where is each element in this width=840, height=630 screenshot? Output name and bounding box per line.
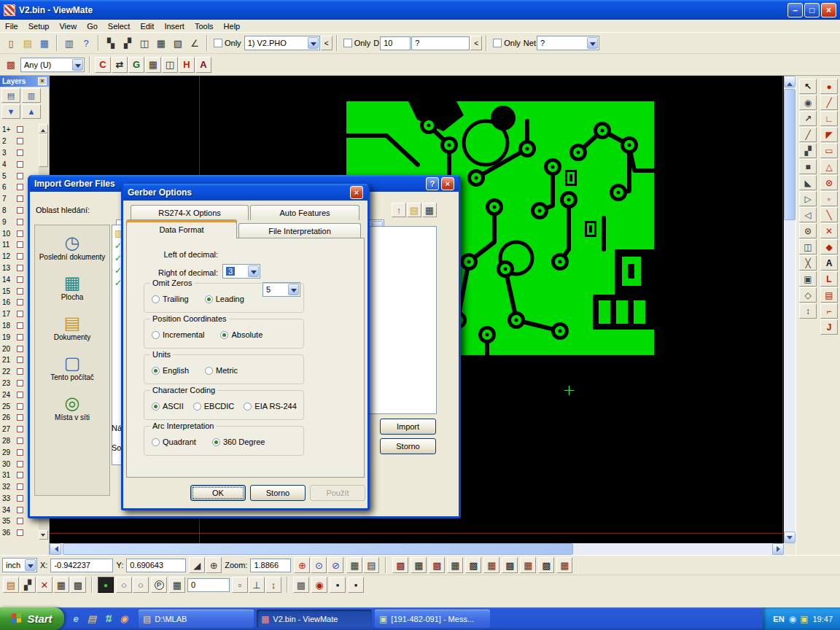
swap-layers-icon[interactable]: ⇄ xyxy=(112,57,128,73)
units-combo[interactable]: inch xyxy=(2,558,37,572)
radio-option[interactable]: English xyxy=(152,366,189,375)
layer-table-icon[interactable]: ▥ xyxy=(22,88,41,103)
origin-icon[interactable]: ⊕ xyxy=(206,557,222,573)
menu-item[interactable]: Setup xyxy=(23,21,55,31)
clock[interactable]: 19:47 xyxy=(812,615,833,623)
diamond-red-icon[interactable]: ◆ xyxy=(820,239,838,254)
tab[interactable]: RS274-X Options xyxy=(131,205,249,220)
help-button[interactable]: ? xyxy=(426,177,439,190)
aperture-preview-icon[interactable]: ▦ xyxy=(411,557,427,573)
combo-arrow-icon[interactable] xyxy=(308,37,319,49)
context-help-icon[interactable]: ? xyxy=(78,35,94,51)
pattern-dotted-icon[interactable]: ▩ xyxy=(293,577,309,593)
menu-item[interactable]: View xyxy=(54,21,82,31)
open-file-icon[interactable]: ▤ xyxy=(20,35,36,51)
delete-icon[interactable]: ╳ xyxy=(799,255,817,271)
aperture-grid-icon[interactable]: ▩ xyxy=(3,57,19,73)
internet-explorer-icon[interactable]: e xyxy=(69,612,82,626)
scroll-left-button[interactable] xyxy=(50,543,61,555)
flip-icon[interactable]: ◁ xyxy=(799,207,817,222)
layer-up-icon[interactable]: ▲ xyxy=(22,104,41,119)
corner-icon[interactable]: ◣ xyxy=(799,175,817,190)
layer-scroll-down-button[interactable] xyxy=(39,530,48,540)
scroll-right-button[interactable] xyxy=(772,543,784,555)
radio-option[interactable]: Absolute xyxy=(220,330,262,339)
fill-icon[interactable]: ▣ xyxy=(799,271,817,287)
layers-panel-close-button[interactable]: × xyxy=(38,77,47,85)
left-decimal-combo[interactable]: 3 xyxy=(222,264,260,279)
radio-icon[interactable] xyxy=(220,331,228,339)
horizontal-scroll-thumb[interactable] xyxy=(63,543,573,555)
updown-icon[interactable]: ↕ xyxy=(265,577,281,593)
tab[interactable]: File Interpretation xyxy=(238,223,361,238)
vertical-scroll-thumb[interactable] xyxy=(784,89,796,220)
pattern-black2-icon[interactable]: ▪ xyxy=(348,577,364,593)
aperture-preview-icon[interactable]: ▩ xyxy=(502,557,518,573)
layer-row[interactable]: 1+ xyxy=(0,124,39,136)
pattern-red-dot-icon[interactable]: ◉ xyxy=(311,577,327,593)
checkbox-box[interactable] xyxy=(214,39,222,47)
layer-color-swatch[interactable] xyxy=(17,276,23,283)
new-file-icon[interactable]: ▯ xyxy=(3,35,19,51)
grid-value-input[interactable]: 0 xyxy=(187,578,230,592)
layer-color-swatch[interactable] xyxy=(17,392,23,398)
taskbar-task-button[interactable]: ▦ V2.bin - ViewMate xyxy=(257,610,372,628)
browser-icon[interactable]: ◉ xyxy=(117,612,131,626)
circle-red-icon[interactable]: ⊙ xyxy=(820,175,838,190)
hatch-icon[interactable]: ▞ xyxy=(799,143,817,158)
taskbar-task-button[interactable]: ▣ [191-482-091] - Mess... xyxy=(375,610,490,628)
language-indicator[interactable]: EN xyxy=(773,615,784,623)
places-bar-item[interactable]: ▢ Tento počítač xyxy=(35,353,109,381)
dcode-query-input[interactable]: ? xyxy=(411,36,470,50)
select-pointer-icon[interactable]: ↖ xyxy=(799,79,817,94)
only-layer-checkbox[interactable]: Only xyxy=(214,39,241,47)
radio-icon[interactable] xyxy=(205,295,213,303)
layer-color-swatch[interactable] xyxy=(17,288,23,295)
pattern-icon[interactable]: ▧ xyxy=(170,35,186,51)
layer-color-swatch[interactable] xyxy=(17,126,23,133)
active-layer-combo[interactable]: 1) V2.PHO xyxy=(244,36,320,50)
aperture-preview-icon[interactable]: ▦ xyxy=(520,557,536,573)
radio-icon[interactable] xyxy=(212,438,220,446)
previous-layer-button[interactable]: < xyxy=(321,36,332,50)
grid-snap-icon[interactable]: ▦ xyxy=(145,57,161,73)
layer-color-swatch[interactable] xyxy=(17,299,23,306)
layer-color-swatch[interactable] xyxy=(17,253,23,260)
layer-color-swatch[interactable] xyxy=(17,518,23,524)
vertical-scrollbar[interactable] xyxy=(784,76,796,543)
checkbox-box[interactable] xyxy=(493,39,502,47)
radio-icon[interactable] xyxy=(152,438,160,446)
layer-color-swatch[interactable] xyxy=(17,426,23,432)
radio-icon[interactable] xyxy=(244,402,252,411)
grid-a-icon[interactable]: ▦ xyxy=(53,577,69,593)
tray-message-icon[interactable]: ▣ xyxy=(800,614,808,624)
highlight-h-icon[interactable]: H xyxy=(179,57,195,73)
start-button[interactable]: Start xyxy=(0,607,64,630)
layer-color-swatch[interactable] xyxy=(17,230,23,237)
radio-option[interactable]: EBCDIC xyxy=(193,402,235,411)
places-bar-item[interactable]: ◎ Místa v síti xyxy=(35,393,109,421)
import-cancel-button[interactable]: Storno xyxy=(380,438,436,454)
radio-option[interactable]: Incremental xyxy=(152,330,204,339)
red-line-icon[interactable]: ╱ xyxy=(820,95,838,110)
table-icon[interactable]: ▤ xyxy=(820,287,838,303)
layer-row[interactable]: 4 xyxy=(0,158,39,170)
aperture-preview-icon[interactable]: ▩ xyxy=(538,557,554,573)
radio-option[interactable]: EIA RS-244 xyxy=(244,402,296,411)
transfer-icon[interactable]: ⇅ xyxy=(101,612,114,626)
horizontal-scrollbar[interactable] xyxy=(50,543,784,555)
menu-item[interactable]: Go xyxy=(82,21,103,31)
radio-icon[interactable] xyxy=(205,367,213,375)
dcode-input[interactable]: 10 xyxy=(380,36,411,50)
layer-down-icon[interactable]: ▼ xyxy=(1,104,20,119)
menu-item[interactable]: Edit xyxy=(135,21,159,31)
only-dcode-checkbox[interactable]: Only xyxy=(343,39,371,47)
radio-option[interactable]: Quadrant xyxy=(152,438,196,446)
move-icon[interactable]: ↗ xyxy=(799,111,817,126)
radio-icon[interactable] xyxy=(152,402,160,411)
online-status-button[interactable]: ● xyxy=(98,577,114,593)
text-a-icon[interactable]: A xyxy=(820,255,838,271)
menu-item[interactable]: Help xyxy=(219,21,246,31)
filled-square-icon[interactable]: ■ xyxy=(799,159,817,174)
pad-icon[interactable]: ◉ xyxy=(799,95,817,110)
